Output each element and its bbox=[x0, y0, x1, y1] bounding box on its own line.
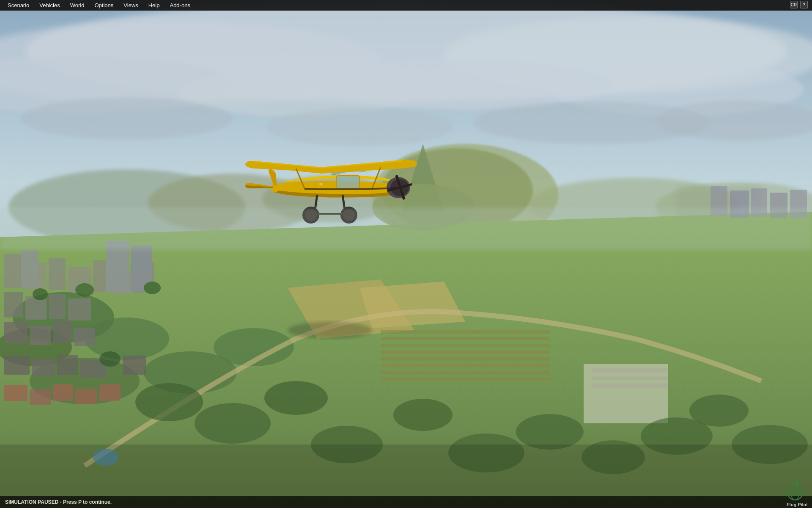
svg-rect-35 bbox=[381, 364, 550, 367]
svg-point-67 bbox=[99, 351, 121, 367]
svg-text:N: N bbox=[319, 182, 322, 186]
svg-point-76 bbox=[264, 381, 328, 415]
svg-rect-70 bbox=[30, 389, 51, 405]
cr-button[interactable]: CR bbox=[790, 1, 798, 8]
svg-rect-54 bbox=[49, 294, 66, 319]
menu-options[interactable]: Options bbox=[90, 1, 118, 10]
svg-point-74 bbox=[135, 383, 203, 421]
branding-text: Flug Pilot bbox=[787, 502, 808, 507]
flight-viewport: N bbox=[0, 0, 812, 508]
svg-rect-37 bbox=[381, 378, 550, 381]
svg-point-58 bbox=[144, 282, 161, 294]
svg-rect-33 bbox=[381, 351, 550, 354]
svg-rect-53 bbox=[25, 296, 47, 320]
svg-point-83 bbox=[689, 395, 749, 427]
svg-rect-112 bbox=[0, 207, 812, 250]
menu-views[interactable]: Views bbox=[119, 1, 142, 10]
svg-rect-72 bbox=[75, 389, 97, 404]
simulation-status: SIMULATION PAUSED - Press P to continue. bbox=[5, 499, 112, 505]
svg-point-75 bbox=[195, 403, 271, 444]
svg-point-78 bbox=[393, 399, 453, 431]
svg-rect-69 bbox=[4, 385, 27, 401]
svg-rect-52 bbox=[4, 292, 23, 318]
help-button[interactable]: ? bbox=[800, 1, 808, 8]
svg-rect-73 bbox=[99, 384, 121, 401]
svg-rect-71 bbox=[53, 384, 73, 401]
svg-point-17 bbox=[21, 97, 233, 140]
svg-rect-94 bbox=[336, 176, 359, 188]
svg-rect-60 bbox=[30, 326, 51, 345]
svg-rect-41 bbox=[592, 384, 668, 388]
svg-rect-30 bbox=[381, 330, 550, 334]
branding-area: Flug Pilot bbox=[782, 479, 808, 507]
flightgear-logo bbox=[782, 479, 808, 502]
svg-point-23 bbox=[85, 318, 169, 360]
svg-point-80 bbox=[516, 414, 584, 450]
menu-addons[interactable]: Add-ons bbox=[165, 1, 194, 10]
menu-world[interactable]: World bbox=[66, 1, 89, 10]
svg-rect-42 bbox=[4, 254, 23, 288]
svg-rect-68 bbox=[123, 356, 146, 375]
menu-bar: Scenario Vehicles World Options Views He… bbox=[0, 0, 812, 11]
svg-rect-64 bbox=[32, 359, 55, 376]
menu-scenario[interactable]: Scenario bbox=[3, 1, 33, 10]
svg-rect-44 bbox=[49, 258, 66, 290]
svg-point-93 bbox=[288, 322, 372, 339]
menu-vehicles[interactable]: Vehicles bbox=[35, 1, 64, 10]
svg-rect-39 bbox=[592, 368, 668, 373]
svg-rect-51 bbox=[21, 250, 38, 288]
svg-rect-31 bbox=[381, 337, 550, 340]
svg-rect-55 bbox=[68, 298, 91, 320]
svg-point-57 bbox=[75, 283, 94, 297]
svg-point-56 bbox=[33, 288, 48, 300]
svg-rect-63 bbox=[4, 356, 30, 375]
svg-rect-61 bbox=[53, 321, 72, 343]
svg-rect-65 bbox=[57, 355, 78, 375]
svg-rect-36 bbox=[381, 371, 550, 374]
svg-rect-59 bbox=[4, 322, 27, 343]
svg-rect-40 bbox=[592, 376, 668, 380]
svg-rect-62 bbox=[74, 328, 95, 346]
status-bar: SIMULATION PAUSED - Press P to continue. bbox=[0, 496, 812, 508]
menu-help[interactable]: Help bbox=[144, 1, 164, 10]
svg-rect-32 bbox=[381, 344, 550, 347]
svg-point-18 bbox=[266, 108, 453, 146]
svg-rect-34 bbox=[381, 357, 550, 361]
svg-rect-38 bbox=[584, 364, 668, 423]
top-right-icons: CR ? bbox=[790, 1, 808, 8]
